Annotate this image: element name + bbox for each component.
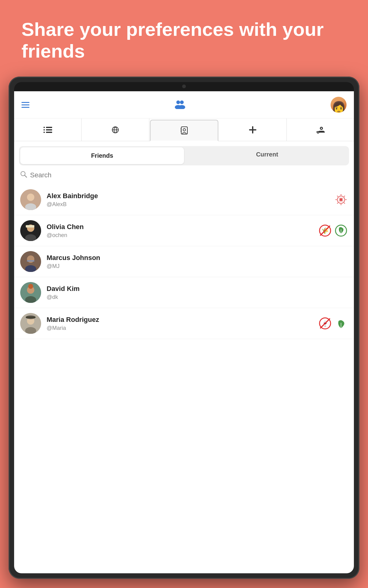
screen: 👩 <box>14 91 354 573</box>
svg-point-0 <box>176 100 180 104</box>
tab-list[interactable] <box>14 119 82 141</box>
nav-tabs <box>14 119 354 141</box>
svg-point-27 <box>27 194 34 201</box>
leaf-badge <box>334 317 348 330</box>
svg-rect-17 <box>181 130 182 132</box>
svg-point-1 <box>180 100 184 104</box>
list-item[interactable]: Maria Rodriguez @Maria 🍷 <box>14 308 354 339</box>
tab-contacts[interactable] <box>150 120 218 141</box>
sub-tabs: Friends Current <box>19 146 349 165</box>
svg-line-39 <box>343 198 343 199</box>
friend-info: Marcus Johnson @MJ <box>47 254 348 270</box>
svg-line-25 <box>25 175 27 177</box>
svg-point-63 <box>28 284 33 289</box>
tab-discover[interactable] <box>82 119 149 141</box>
list-item[interactable]: Olivia Chen @ochen 🌾 <box>14 215 354 246</box>
friend-badges: 🍷 <box>318 317 348 330</box>
svg-line-33 <box>344 203 345 204</box>
friend-name: Marcus Johnson <box>47 254 348 262</box>
hamburger-menu-button[interactable] <box>21 102 29 108</box>
svg-line-40 <box>343 201 343 201</box>
leaf-badge <box>334 224 348 237</box>
svg-rect-6 <box>44 129 45 130</box>
svg-line-42 <box>339 201 339 201</box>
svg-line-44 <box>340 198 340 198</box>
svg-rect-9 <box>46 132 52 133</box>
svg-point-13 <box>115 126 116 128</box>
svg-rect-68 <box>26 317 36 318</box>
list-item[interactable]: Alex Bainbridge @AlexB <box>14 184 354 215</box>
svg-line-46 <box>340 201 340 202</box>
avatar <box>20 313 41 334</box>
svg-rect-4 <box>44 127 45 128</box>
svg-line-43 <box>342 198 343 198</box>
people-icon <box>174 99 186 110</box>
list-item[interactable]: David Kim @dk <box>14 277 354 308</box>
friend-info: Maria Rodriguez @Maria <box>47 316 318 331</box>
friend-handle: @AlexB <box>47 201 334 208</box>
sub-tab-friends[interactable]: Friends <box>20 147 184 164</box>
search-input[interactable] <box>30 171 348 179</box>
allergy-badge <box>334 193 348 206</box>
list-item[interactable]: Marcus Johnson @MJ <box>14 246 354 277</box>
svg-point-15 <box>183 129 186 131</box>
no-gluten-badge: 🌾 <box>318 224 332 237</box>
svg-line-45 <box>342 201 343 202</box>
friend-info: Alex Bainbridge @AlexB <box>47 192 334 208</box>
friend-name: Alex Bainbridge <box>47 192 334 200</box>
svg-rect-7 <box>46 129 52 130</box>
friend-name: Maria Rodriguez <box>47 316 318 324</box>
camera <box>182 85 186 88</box>
svg-line-31 <box>344 196 345 197</box>
friend-info: Olivia Chen @ochen <box>47 223 318 239</box>
svg-rect-14 <box>181 127 187 134</box>
friend-handle: @MJ <box>47 263 348 270</box>
avatar <box>20 189 41 210</box>
svg-rect-59 <box>27 260 34 262</box>
avatar <box>20 282 41 303</box>
svg-line-41 <box>339 198 339 199</box>
avatar <box>20 220 41 241</box>
svg-point-23 <box>318 132 319 133</box>
search-bar <box>14 168 354 184</box>
svg-rect-19 <box>249 129 256 130</box>
friend-info: David Kim @dk <box>47 285 348 300</box>
svg-point-21 <box>321 128 322 129</box>
top-bar: 👩 <box>14 91 354 119</box>
avatar <box>20 251 41 272</box>
svg-line-35 <box>337 203 338 204</box>
svg-point-57 <box>27 255 34 263</box>
tab-add[interactable] <box>219 119 286 141</box>
tablet-frame: 👩 <box>9 77 359 579</box>
sub-tab-current[interactable]: Current <box>185 146 349 165</box>
svg-point-38 <box>339 198 343 201</box>
friends-list: Alex Bainbridge @AlexB <box>14 184 354 573</box>
friend-name: Olivia Chen <box>47 223 318 231</box>
tab-settings[interactable] <box>287 119 354 141</box>
friend-badges <box>334 193 348 206</box>
user-avatar[interactable]: 👩 <box>331 97 347 113</box>
friend-handle: @dk <box>47 294 348 300</box>
svg-line-37 <box>337 196 338 197</box>
hero-text: Share your preferences with your friends <box>21 18 347 62</box>
svg-rect-8 <box>44 132 45 133</box>
svg-rect-16 <box>181 128 182 130</box>
svg-rect-5 <box>46 127 52 128</box>
no-alcohol-badge: 🍷 <box>318 317 332 330</box>
friend-badges: 🌾 <box>318 224 348 237</box>
search-icon <box>20 171 27 179</box>
tablet-inner: 👩 <box>14 82 354 573</box>
friend-handle: @Maria <box>47 325 318 331</box>
friend-name: David Kim <box>47 285 348 293</box>
svg-rect-50 <box>26 225 34 228</box>
friend-handle: @ochen <box>47 232 318 239</box>
